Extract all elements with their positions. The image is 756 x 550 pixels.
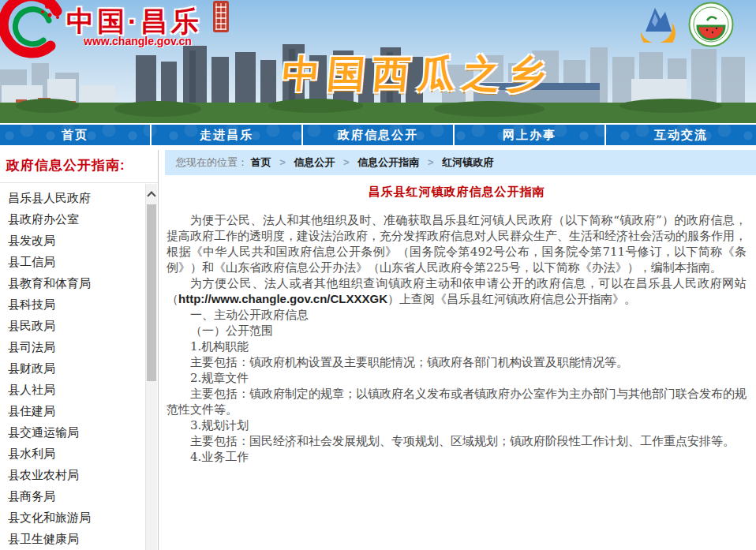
breadcrumb-separator: > (343, 156, 350, 168)
sidebar-item[interactable]: 县交通运输局 (8, 421, 144, 443)
sidebar-scrollbar[interactable] (145, 184, 157, 550)
content-row: 政府信息公开指南: 昌乐县人民政府县政府办公室县发改局县工信局县教育和体育局县科… (0, 150, 756, 550)
nav-item[interactable]: 互动交流 (604, 125, 756, 145)
slogan-banner: 中国西瓜之乡 (280, 49, 555, 99)
sidebar-item[interactable]: 县科技局 (8, 294, 144, 315)
nav-item[interactable]: 政府信息公开 (301, 125, 453, 145)
sidebar-item[interactable]: 昌乐县人民政府 (8, 187, 144, 208)
nav-item[interactable]: 网上办事 (453, 125, 604, 145)
sidebar-item[interactable]: 县住建局 (8, 400, 144, 421)
sidebar-item[interactable]: 县教育和体育局 (8, 272, 144, 294)
gov-website-url: http://www.changle.gov.cn/CLXXXGK (178, 292, 387, 305)
article-paragraph: 主要包括：国民经济和社会发展规划、专项规划、区域规划；镇政府阶段性工作计划、工作… (167, 433, 747, 449)
sidebar-item[interactable]: 县民政局 (8, 315, 144, 336)
mountain-badge-icon (634, 2, 676, 43)
article-paragraph: 一、主动公开政府信息 (167, 307, 747, 323)
sidebar-item[interactable]: 县卫生健康局 (8, 528, 144, 549)
article-paragraph: 主要包括：镇政府制定的规章；以镇政府名义发布或者镇政府办公室作为主办部门与其他部… (167, 386, 747, 417)
sidebar-item[interactable]: 县文化和旅游局 (8, 507, 144, 528)
sidebar: 政府信息公开指南: 昌乐县人民政府县政府办公室县发改局县工信局县教育和体育局县科… (0, 150, 159, 550)
breadcrumb-separator: > (428, 156, 434, 168)
article-paragraph: 为便于公民、法人和其他组织及时、准确获取昌乐县红河镇人民政府（以下简称“镇政府”… (167, 212, 747, 275)
site-logo-icon (0, 0, 66, 62)
breadcrumb-item-info[interactable]: 信息公开 (294, 156, 335, 168)
sidebar-item[interactable]: 县商务局 (8, 485, 144, 507)
sidebar-item[interactable]: 县工信局 (8, 251, 144, 272)
nav-item[interactable]: 首页 (0, 125, 150, 145)
sidebar-item[interactable]: 县财政局 (8, 357, 144, 379)
watermelon-badge-icon (688, 2, 734, 47)
sidebar-item[interactable]: 县农业农村局 (8, 464, 144, 485)
paragraph-text: ）上查阅《昌乐县红河镇政府信息公开指南》。 (387, 292, 636, 306)
scrollbar-up-arrow-icon[interactable] (146, 184, 157, 204)
nav-item[interactable]: 走进昌乐 (150, 125, 301, 145)
breadcrumb-item-home[interactable]: 首页 (251, 156, 271, 168)
sidebar-item[interactable]: 县人社局 (8, 379, 144, 400)
scrollbar-thumb[interactable] (147, 204, 156, 381)
sidebar-title: 政府信息公开指南: (0, 150, 158, 183)
breadcrumb-item-guide[interactable]: 信息公开指南 (357, 156, 419, 168)
site-url: www.changle.gov.cn (84, 35, 192, 47)
breadcrumb-separator: > (279, 156, 286, 168)
article-title: 昌乐县红河镇政府信息公开指南 (167, 185, 747, 200)
sidebar-item[interactable]: 县司法局 (8, 336, 144, 357)
article-paragraph: 为方便公民、法人或者其他组织查询镇政府主动和依申请公开的政府信息，可以在昌乐县人… (167, 275, 747, 307)
sidebar-item[interactable]: 县发改局 (8, 230, 144, 251)
main-panel: 您现在的位置： 首页 > 信息公开 > 信息公开指南 > 红河镇政府 昌乐县红河… (165, 150, 756, 550)
breadcrumb: 您现在的位置： 首页 > 信息公开 > 信息公开指南 > 红河镇政府 (165, 150, 756, 175)
site-header: 中国·昌乐 www.changle.gov.cn 中国西瓜之乡 (0, 0, 756, 123)
breadcrumb-prefix: 您现在的位置： (176, 156, 248, 168)
article-paragraph: 4.业务工作 (167, 449, 747, 465)
header-badges (634, 2, 734, 47)
main-nav: 首页走进昌乐政府信息公开网上办事互动交流 (0, 123, 756, 145)
article-paragraph: 2.规章文件 (167, 370, 747, 386)
article-paragraph: 主要包括：镇政府机构设置及主要职能情况；镇政府各部门机构设置及职能情况等。 (167, 354, 747, 370)
breadcrumb-item-current[interactable]: 红河镇政府 (442, 156, 493, 168)
red-seal-stamp (213, 1, 229, 32)
sidebar-item[interactable]: 县水利局 (8, 443, 144, 464)
article: 昌乐县红河镇政府信息公开指南 为便于公民、法人和其他组织及时、准确获取昌乐县红河… (165, 175, 756, 465)
article-paragraph: （一）公开范围 (167, 323, 747, 339)
page: 中国·昌乐 www.changle.gov.cn 中国西瓜之乡 (0, 0, 756, 550)
article-paragraph: 1.机构职能 (167, 339, 747, 354)
sidebar-item[interactable]: 县政府办公室 (8, 208, 144, 230)
article-paragraph: 3.规划计划 (167, 417, 747, 433)
sidebar-list-wrap: 昌乐县人民政府县政府办公室县发改局县工信局县教育和体育局县科技局县民政局县司法局… (0, 184, 158, 550)
